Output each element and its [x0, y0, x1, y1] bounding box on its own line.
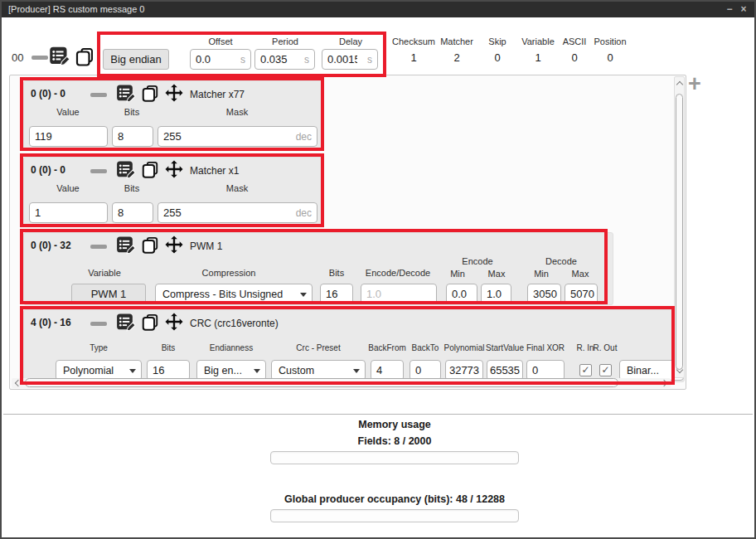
encode-decode-input[interactable]: 1.0 [361, 284, 437, 304]
minus-icon[interactable] [90, 245, 107, 249]
check-icon: ✓ [581, 364, 589, 376]
vertical-scrollbar[interactable] [674, 76, 685, 378]
compression-label: Compression [202, 268, 256, 278]
occupancy-progress-bar [270, 509, 519, 522]
footer-divider [3, 414, 753, 415]
decode-min-input[interactable]: 3050 [527, 284, 561, 304]
backfrom-label: BackFrom [368, 343, 406, 352]
mask-base-suffix: dec [296, 131, 312, 143]
close-button[interactable]: × [737, 2, 750, 16]
move-icon[interactable] [164, 159, 184, 179]
encode-max-input[interactable]: 1.0 [481, 284, 511, 304]
duplicate-icon[interactable] [75, 47, 94, 67]
bits-input[interactable]: 8 [112, 202, 153, 223]
bits-label: Bits [124, 107, 139, 117]
chevron-down-icon [353, 369, 360, 373]
horizontal-scrollbar[interactable] [12, 378, 671, 388]
bit-range-label: 0 (0) - 0 [31, 164, 65, 176]
stat-skip: Skip 0 [488, 36, 506, 64]
offset-input[interactable]: 0.0 s [190, 49, 251, 70]
check-icon: ✓ [601, 364, 609, 376]
minus-icon[interactable] [90, 93, 107, 97]
fields-progress-bar [270, 451, 519, 464]
delay-label: Delay [339, 36, 362, 46]
fields-scroll-area: 0 (0) - 0 Matcher x77 Value Bits Mask 11… [9, 75, 686, 390]
move-icon[interactable] [164, 235, 184, 255]
stat-checksum: Checksum 1 [392, 36, 435, 64]
window-title: [Producer] RS custom message 0 [8, 4, 144, 14]
panel-crc: 4 (0) - 16 CRC (crc16veronte) Type Bits … [23, 309, 685, 382]
message-index: 00 [12, 51, 23, 64]
value-input[interactable]: 119 [29, 126, 108, 147]
minus-icon[interactable] [32, 56, 48, 60]
add-field-button[interactable]: + [688, 71, 701, 97]
value-input[interactable]: 1 [29, 202, 108, 223]
horizontal-scrollbar-thumb[interactable] [25, 378, 618, 387]
edit-fields-icon[interactable] [115, 235, 136, 255]
polynomial-label: Polynomial [444, 343, 485, 352]
startvalue-label: StartValue [486, 343, 524, 352]
edit-fields-icon[interactable] [48, 45, 70, 67]
title-bar: [Producer] RS custom message 0 − × [2, 2, 754, 17]
period-unit: s [304, 54, 309, 66]
encode-max-label: Max [488, 269, 506, 279]
duplicate-icon[interactable] [141, 236, 159, 255]
stat-ascii: ASCII 0 [563, 36, 587, 64]
scroll-left-icon[interactable] [15, 380, 22, 386]
stat-variable: Variable 1 [521, 36, 555, 64]
bit-range-label: 0 (0) - 32 [31, 240, 71, 251]
edit-fields-icon[interactable] [115, 159, 136, 180]
mask-input[interactable]: 255dec [158, 126, 317, 147]
variable-button[interactable]: PWM 1 [71, 284, 146, 304]
variable-label: Variable [88, 268, 121, 278]
field-title: CRC (crc16veronte) [190, 318, 279, 329]
minus-icon[interactable] [90, 169, 107, 173]
scroll-right-icon[interactable] [661, 380, 667, 386]
backto-label: BackTo [412, 343, 439, 352]
r-out-checkbox[interactable]: ✓ [599, 364, 612, 376]
decode-max-label: Max [572, 269, 589, 279]
decode-max-input[interactable]: 5070 [565, 284, 598, 304]
encode-min-label: Min [450, 269, 465, 279]
duplicate-icon[interactable] [141, 85, 159, 103]
encode-min-input[interactable]: 0.0 [446, 284, 477, 304]
duplicate-icon[interactable] [141, 313, 159, 332]
vertical-scrollbar-thumb[interactable] [676, 94, 683, 370]
mask-label: Mask [226, 183, 248, 193]
minus-icon[interactable] [90, 322, 107, 326]
bits-input[interactable]: 8 [112, 126, 153, 147]
panel-matcher-x1: 0 (0) - 0 Matcher x1 Value Bits Mask 1 8… [23, 157, 323, 226]
edit-fields-icon[interactable] [115, 312, 136, 333]
field-title: Matcher x77 [190, 89, 245, 100]
edit-fields-icon[interactable] [115, 83, 136, 104]
mask-base-suffix: dec [296, 207, 312, 219]
field-title: Matcher x1 [190, 165, 239, 177]
move-icon[interactable] [164, 83, 184, 103]
mask-label: Mask [226, 107, 248, 117]
bits-input[interactable]: 16 [320, 284, 353, 304]
bits-label: Bits [162, 343, 176, 352]
delay-input[interactable]: 0.0015 s [322, 49, 378, 70]
scroll-up-icon[interactable] [676, 81, 683, 88]
r-in-checkbox[interactable]: ✓ [579, 364, 592, 376]
duplicate-icon[interactable] [141, 161, 159, 179]
endianness-label: Endianness [210, 343, 253, 352]
bit-range-label: 0 (0) - 0 [31, 88, 65, 100]
chevron-down-icon [129, 369, 136, 373]
period-input[interactable]: 0.035 s [254, 49, 315, 70]
panel-matcher-x77: 0 (0) - 0 Matcher x77 Value Bits Mask 11… [23, 80, 323, 150]
move-icon[interactable] [164, 312, 184, 332]
period-label: Period [272, 36, 298, 46]
encode-group-label: Encode [462, 256, 492, 266]
minimize-button[interactable]: − [723, 2, 736, 16]
compression-select[interactable]: Compress - Bits Unsigned [155, 284, 313, 304]
value-label: Value [56, 183, 79, 193]
value-label: Value [56, 107, 79, 117]
stat-matcher: Matcher 2 [440, 36, 473, 64]
mask-input[interactable]: 255dec [158, 202, 317, 223]
chevron-down-icon [254, 369, 260, 373]
offset-label: Offset [208, 36, 232, 46]
crc-preset-label: Crc - Preset [296, 343, 340, 352]
big-endian-button[interactable]: Big endian [103, 49, 169, 70]
fields-count-text: Fields: 8 / 2000 [104, 435, 685, 447]
